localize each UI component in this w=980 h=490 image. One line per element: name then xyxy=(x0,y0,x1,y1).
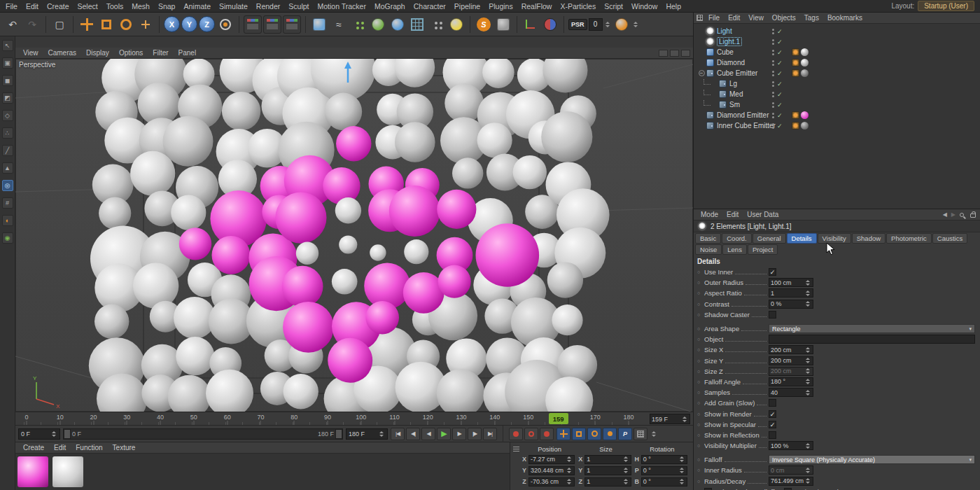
keyframe-scale-toggle[interactable] xyxy=(572,428,586,440)
phong-tag[interactable] xyxy=(792,69,799,77)
visibility-toggles[interactable]: ✓ xyxy=(772,28,783,35)
next-frame-button[interactable]: ▶ xyxy=(452,428,466,440)
model-mode-icon[interactable]: ◼ xyxy=(2,75,13,86)
autokeying-button[interactable] xyxy=(524,428,538,440)
om-menu-view[interactable]: View xyxy=(744,14,768,22)
enabled-check-icon[interactable]: ✓ xyxy=(777,91,783,98)
edges-mode-icon[interactable]: ╱ xyxy=(2,145,13,156)
om-menu-file[interactable]: File xyxy=(704,14,724,22)
timeline-stepper[interactable] xyxy=(650,431,657,437)
coordinate-field[interactable]: 320.448 cm xyxy=(528,466,575,475)
material-menu-create[interactable]: Create xyxy=(18,444,49,451)
tab-lens[interactable]: Lens xyxy=(722,244,747,255)
anim-dot-icon[interactable]: ○ xyxy=(697,270,704,274)
workplane-mode-icon[interactable]: ◇ xyxy=(2,110,13,121)
menu-file[interactable]: File xyxy=(1,0,22,13)
anim-dot-icon[interactable]: ○ xyxy=(697,400,704,405)
gray-material[interactable] xyxy=(52,456,83,487)
perspective-viewport[interactable]: Perspective YX xyxy=(15,59,693,412)
visibility-toggles[interactable]: ✓ xyxy=(772,122,783,130)
visibility-dots[interactable] xyxy=(772,81,774,87)
tab-photometric[interactable]: Photometric xyxy=(886,233,932,244)
menu-x-particles[interactable]: X-Particles xyxy=(556,0,600,13)
visibility-toggles[interactable]: ✓ xyxy=(772,70,783,77)
anim-dot-icon[interactable]: ○ xyxy=(697,468,704,472)
stepper-icon[interactable] xyxy=(804,368,811,374)
visibility-dots[interactable] xyxy=(772,92,774,97)
visibility-toggles[interactable]: ✓ xyxy=(772,49,783,56)
simulation-icon[interactable]: ◉ xyxy=(2,232,13,244)
stepper-icon[interactable] xyxy=(804,358,811,363)
stepper-icon[interactable] xyxy=(804,468,811,473)
stepper-icon[interactable] xyxy=(566,479,573,484)
menu-render[interactable]: Render xyxy=(252,0,284,13)
om-menu-objects[interactable]: Objects xyxy=(768,14,800,22)
search-icon[interactable] xyxy=(960,213,964,217)
next-key-button[interactable]: |▶ xyxy=(468,428,482,440)
object-item-cube-emitter[interactable]: −Cube Emitter✓ xyxy=(694,68,980,78)
preview-range-slider[interactable]: 0 F 180 F xyxy=(63,428,343,440)
anim-dot-icon[interactable]: ○ xyxy=(697,290,704,295)
stepper-icon[interactable] xyxy=(622,479,629,484)
field-size-y[interactable]: 200 cm xyxy=(769,356,813,365)
timeline-ruler[interactable]: 0102030405060708090100110120130140150170… xyxy=(15,412,693,426)
tab-noise[interactable]: Noise xyxy=(695,244,722,255)
anim-dot-icon[interactable]: ○ xyxy=(697,433,704,438)
object-item-med[interactable]: Med✓ xyxy=(694,89,980,99)
menu-tools[interactable]: Tools xyxy=(102,0,128,13)
make-editable-icon[interactable]: ▣ xyxy=(2,57,13,69)
viewport-menu-view[interactable]: View xyxy=(18,49,43,57)
history-forward-icon[interactable]: ▶ xyxy=(951,211,955,218)
current-frame-field[interactable]: 159 F xyxy=(650,414,690,424)
timeline-track[interactable]: 0102030405060708090100110120130140150170… xyxy=(18,412,647,425)
mat-dark-tag[interactable] xyxy=(801,69,808,77)
visibility-dots[interactable] xyxy=(772,29,774,34)
object-item-sm[interactable]: Sm✓ xyxy=(694,99,980,110)
menu-pipeline[interactable]: Pipeline xyxy=(450,0,484,13)
menu-edit[interactable]: Edit xyxy=(22,0,43,13)
field-size-z[interactable]: 200 cm xyxy=(769,367,813,376)
viewport-menu-cameras[interactable]: Cameras xyxy=(43,49,82,57)
coordinate-field[interactable]: -7.27 cm xyxy=(528,455,575,464)
psr-stepper[interactable] xyxy=(604,22,611,27)
am-menu-user-data[interactable]: User Data xyxy=(743,211,783,218)
dropdown-falloff[interactable]: Inverse Square (Physically Accurate)▾ xyxy=(769,455,975,464)
stepper-icon[interactable] xyxy=(566,456,573,462)
pink-material[interactable] xyxy=(18,456,48,487)
stepper-icon[interactable] xyxy=(804,443,811,449)
stepper-icon[interactable] xyxy=(804,301,811,307)
am-menu-edit[interactable]: Edit xyxy=(722,211,743,218)
menu-animate[interactable]: Animate xyxy=(179,0,215,13)
checkbox-show-in-reflection[interactable] xyxy=(769,431,776,439)
display-cube-icon[interactable] xyxy=(494,15,512,34)
object-item-cube[interactable]: Cube✓ xyxy=(694,47,980,57)
enabled-check-icon[interactable]: ✓ xyxy=(777,102,783,108)
field-outer-radius[interactable]: 100 cm xyxy=(769,278,813,287)
viewport-menu-display[interactable]: Display xyxy=(81,49,114,57)
coordinate-field[interactable]: 1 xyxy=(584,477,631,486)
menu-plugins[interactable]: Plugins xyxy=(484,0,517,13)
anim-dot-icon[interactable]: ○ xyxy=(697,479,704,484)
xyz-ball-icon[interactable] xyxy=(612,15,631,34)
phong-tag[interactable] xyxy=(792,59,799,66)
object-item-light-1[interactable]: Light.1✓ xyxy=(694,36,980,47)
visibility-dots[interactable] xyxy=(772,123,774,129)
collapse-toggle-icon[interactable]: − xyxy=(699,70,705,76)
enabled-check-icon[interactable]: ✓ xyxy=(777,70,783,77)
coordinate-system-button[interactable] xyxy=(216,15,234,34)
visibility-toggles[interactable]: ✓ xyxy=(772,102,783,108)
stepper-icon[interactable] xyxy=(804,290,811,296)
enabled-check-icon[interactable]: ✓ xyxy=(777,38,783,46)
menu-motion-tracker[interactable]: Motion Tracker xyxy=(313,0,370,13)
stepper-icon[interactable] xyxy=(678,479,685,484)
prev-key-button[interactable]: ◀| xyxy=(406,428,420,440)
anim-dot-icon[interactable]: ○ xyxy=(697,412,704,416)
mograph-cloner-menu[interactable] xyxy=(349,15,368,34)
enabled-check-icon[interactable]: ✓ xyxy=(777,80,783,88)
menu-realflow[interactable]: RealFlow xyxy=(517,0,556,13)
move-tool[interactable] xyxy=(78,15,96,34)
volume-menu[interactable] xyxy=(388,15,407,34)
lock-y-axis-button[interactable]: Y xyxy=(181,16,197,32)
field-size-x[interactable]: 200 cm xyxy=(769,345,813,354)
am-menu-mode[interactable]: Mode xyxy=(696,211,722,218)
